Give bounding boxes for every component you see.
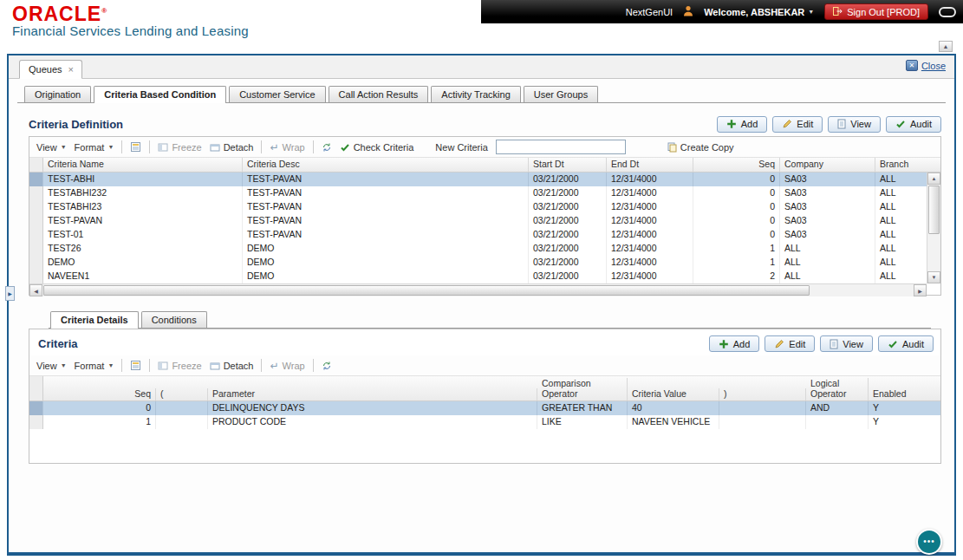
action-add-button[interactable]: Add bbox=[717, 116, 768, 133]
main-frame: Queues × ✕ Close OriginationCriteria Bas… bbox=[7, 54, 956, 556]
grid-row[interactable]: TEST-01TEST-PAVAN03/21/200012/31/40000SA… bbox=[29, 228, 940, 242]
action-view-button[interactable]: View bbox=[820, 335, 873, 352]
close-icon: ✕ bbox=[906, 60, 918, 71]
scroll-right-icon[interactable]: ▶ bbox=[914, 284, 927, 296]
tab-close-icon[interactable]: × bbox=[68, 65, 74, 74]
cell: LIKE bbox=[537, 415, 628, 429]
detach-button[interactable]: Detach bbox=[210, 361, 254, 371]
row-selector[interactable] bbox=[29, 200, 43, 214]
column-header-criteria-desc: Criteria Desc bbox=[243, 158, 529, 172]
action-edit-button[interactable]: Edit bbox=[772, 116, 823, 133]
row-selector[interactable] bbox=[29, 242, 43, 256]
check-criteria-button[interactable]: Check Criteria bbox=[340, 142, 414, 153]
toolbar-separator bbox=[261, 359, 262, 372]
cell: SA03 bbox=[780, 186, 875, 200]
oracle-logo: ORACLE® Financial Services Lending and L… bbox=[12, 2, 249, 38]
create-copy-button[interactable]: Create Copy bbox=[667, 142, 734, 153]
grid-row[interactable]: DEMODEMO03/21/200012/31/40001ALLALL bbox=[29, 256, 940, 270]
nextgenui-link[interactable]: NextGenUI bbox=[626, 7, 673, 17]
cell: TEST-ABHI bbox=[43, 173, 243, 186]
horizontal-scrollbar[interactable]: ◀ ▶ bbox=[29, 283, 927, 296]
tab-origination[interactable]: Origination bbox=[24, 86, 91, 102]
refresh-icon[interactable] bbox=[322, 361, 332, 371]
scroll-thumb[interactable] bbox=[928, 186, 940, 234]
grid-row[interactable]: 1PRODUCT CODELIKENAVEEN VEHICLEY bbox=[29, 415, 940, 429]
freeze-button[interactable]: Freeze bbox=[158, 361, 201, 371]
grid-row[interactable]: TESTABHI232TEST-PAVAN03/21/200012/31/400… bbox=[29, 186, 940, 200]
cell: 03/21/2000 bbox=[529, 186, 607, 200]
scroll-thumb[interactable] bbox=[43, 285, 810, 296]
action-add-button[interactable]: Add bbox=[709, 335, 760, 352]
freeze-button[interactable]: Freeze bbox=[158, 142, 201, 153]
criteria-title: Criteria bbox=[38, 337, 78, 350]
cell: ALL bbox=[780, 242, 875, 256]
wrap-button[interactable]: ↵ Wrap bbox=[270, 141, 304, 153]
scroll-up-icon[interactable]: ▲ bbox=[927, 173, 940, 185]
format-menu[interactable]: Format▼ bbox=[75, 361, 114, 371]
wrap-icon: ↵ bbox=[270, 141, 278, 153]
welcome-user-menu[interactable]: Welcome, ABSHEKAR▼ bbox=[704, 7, 814, 17]
row-selector[interactable] bbox=[29, 415, 43, 429]
tab-criteria-details[interactable]: Criteria Details bbox=[50, 311, 139, 329]
session-indicator-icon[interactable] bbox=[939, 7, 956, 17]
tab-call-action-results[interactable]: Call Action Results bbox=[329, 86, 429, 102]
action-edit-button[interactable]: Edit bbox=[765, 335, 815, 352]
grid-row[interactable]: TESTABHI23TEST-PAVAN03/21/200012/31/4000… bbox=[29, 200, 940, 214]
cell: DEMO bbox=[243, 256, 529, 270]
report-icon[interactable] bbox=[130, 141, 141, 153]
cell: 03/21/2000 bbox=[529, 228, 607, 242]
cell: 2 bbox=[693, 270, 780, 283]
check-icon bbox=[888, 339, 898, 349]
tab-queues[interactable]: Queues × bbox=[19, 60, 82, 79]
grid-row[interactable]: TEST-PAVANTEST-PAVAN03/21/200012/31/4000… bbox=[29, 214, 940, 228]
splitter-handle[interactable]: ▶ bbox=[5, 286, 15, 301]
criteria-definition-table: Criteria NameCriteria DescStart DtEnd Dt… bbox=[29, 158, 940, 283]
row-selector[interactable] bbox=[29, 173, 43, 186]
view-menu[interactable]: View▼ bbox=[36, 361, 67, 371]
action-audit-button[interactable]: Audit bbox=[878, 335, 934, 352]
page-scroll-up-button[interactable]: ▲ bbox=[939, 41, 953, 52]
detach-button[interactable]: Detach bbox=[210, 142, 254, 153]
grid-row[interactable]: TEST26DEMO03/21/200012/31/40001ALLALL bbox=[29, 242, 940, 256]
row-selector[interactable] bbox=[29, 186, 43, 200]
cell: 03/21/2000 bbox=[529, 214, 607, 228]
row-selector[interactable] bbox=[29, 228, 43, 242]
tab-conditions[interactable]: Conditions bbox=[141, 311, 207, 328]
grid-row[interactable]: NAVEEN1DEMO03/21/200012/31/40002ALLALL bbox=[29, 270, 940, 283]
sign-out-button[interactable]: Sign Out [PROD] bbox=[824, 3, 928, 20]
row-selector[interactable] bbox=[29, 256, 43, 270]
cell bbox=[719, 415, 806, 429]
action-label: Edit bbox=[797, 119, 813, 129]
row-selector[interactable] bbox=[29, 401, 43, 415]
doc-icon bbox=[837, 119, 846, 129]
grid-row[interactable]: 0DELINQUENCY DAYSGREATER THAN40ANDY bbox=[29, 401, 940, 415]
vertical-scrollbar[interactable]: ▲ ▼ bbox=[927, 173, 940, 283]
action-label: Edit bbox=[789, 339, 805, 349]
action-audit-button[interactable]: Audit bbox=[886, 116, 941, 133]
row-selector[interactable] bbox=[29, 270, 43, 283]
column-header-start-dt: Start Dt bbox=[529, 158, 607, 172]
grid-row[interactable]: TEST-ABHITEST-PAVAN03/21/200012/31/40000… bbox=[29, 173, 940, 186]
row-selector[interactable] bbox=[29, 214, 43, 228]
tab-activity-tracking[interactable]: Activity Tracking bbox=[431, 86, 520, 102]
scroll-track[interactable] bbox=[42, 284, 914, 296]
scroll-down-icon[interactable]: ▼ bbox=[927, 271, 940, 283]
new-criteria-input[interactable] bbox=[496, 140, 626, 154]
scroll-track[interactable] bbox=[927, 185, 940, 271]
wrap-button[interactable]: ↵ Wrap bbox=[270, 360, 304, 372]
chat-button[interactable]: ••• bbox=[916, 529, 942, 555]
refresh-icon[interactable] bbox=[322, 142, 332, 153]
app-subtitle: Financial Services Lending and Leasing bbox=[12, 23, 249, 38]
tab-customer-service[interactable]: Customer Service bbox=[229, 86, 325, 102]
close-control[interactable]: ✕ Close bbox=[906, 60, 946, 71]
report-icon[interactable] bbox=[130, 360, 141, 371]
tab-user-groups[interactable]: User Groups bbox=[524, 86, 598, 102]
main-tabs: OriginationCriteria Based ConditionCusto… bbox=[17, 84, 946, 103]
cell: AND bbox=[806, 401, 869, 415]
scroll-left-icon[interactable]: ◀ bbox=[29, 284, 42, 296]
cell: SA03 bbox=[780, 173, 875, 186]
tab-criteria-based-condition[interactable]: Criteria Based Condition bbox=[94, 86, 226, 103]
view-menu[interactable]: View▼ bbox=[36, 142, 67, 153]
format-menu[interactable]: Format▼ bbox=[75, 142, 114, 153]
action-view-button[interactable]: View bbox=[828, 116, 881, 133]
